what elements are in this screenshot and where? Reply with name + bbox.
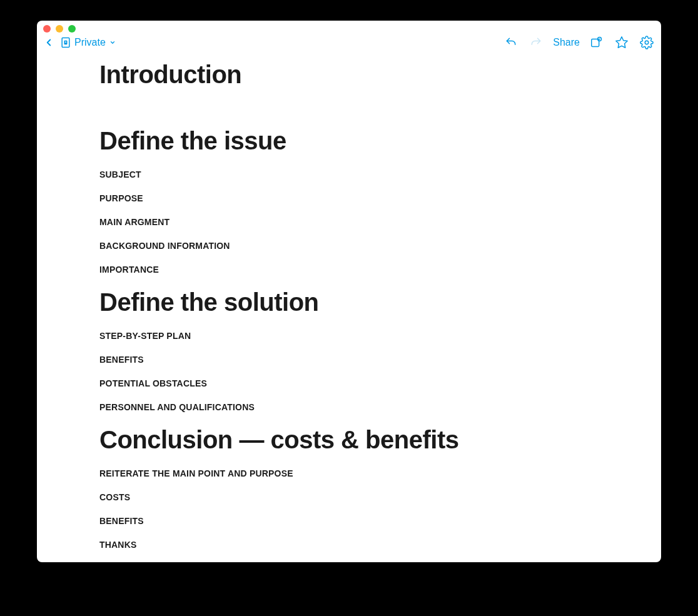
list-item: BACKGROUND INFORMATION	[99, 241, 575, 251]
window-titlebar	[37, 21, 661, 32]
undo-button[interactable]	[503, 34, 519, 51]
redo-icon	[530, 36, 542, 49]
section-heading: Define the issue	[99, 127, 575, 154]
share-button[interactable]: Share	[553, 37, 580, 48]
undo-icon	[505, 36, 517, 49]
back-button[interactable]	[41, 34, 57, 51]
list-item: THANKS	[99, 540, 575, 550]
document-content[interactable]: Introduction Define the issue SUBJECT PU…	[37, 53, 661, 562]
notebook-selector[interactable]: Private	[59, 36, 116, 49]
svg-point-5	[599, 39, 600, 40]
redo-button[interactable]	[528, 34, 544, 51]
list-item: PURPOSE	[99, 193, 575, 203]
app-window: Private Share	[37, 21, 661, 562]
list-item: COSTS	[99, 492, 575, 502]
settings-button[interactable]	[639, 34, 655, 51]
chevron-down-icon	[109, 39, 116, 46]
list-item: PERSONNEL AND QUALIFICATIONS	[99, 402, 575, 412]
star-icon	[615, 36, 629, 49]
list-item: POTENTIAL OBSTACLES	[99, 378, 575, 388]
notebook-label: Private	[74, 37, 106, 48]
svg-point-2	[65, 41, 66, 43]
gear-icon	[640, 36, 654, 49]
toolbar: Private Share	[37, 32, 661, 53]
list-item: MAIN ARGMENT	[99, 217, 575, 227]
template-button[interactable]	[589, 34, 605, 51]
favorite-button[interactable]	[614, 34, 630, 51]
section-heading: Define the solution	[99, 288, 575, 316]
list-item: SUBJECT	[99, 169, 575, 179]
share-label: Share	[553, 37, 580, 48]
page-title: Introduction	[99, 61, 575, 88]
list-item: BENEFITS	[99, 516, 575, 526]
list-item: REITERATE THE MAIN POINT AND PURPOSE	[99, 468, 575, 478]
section-heading: Conclusion — costs & benefits	[99, 426, 575, 453]
template-icon	[590, 36, 604, 49]
notebook-icon	[59, 36, 72, 49]
list-item: BENEFITS	[99, 355, 575, 365]
svg-marker-6	[616, 37, 627, 48]
list-item: STEP-BY-STEP PLAN	[99, 331, 575, 341]
chevron-left-icon	[43, 37, 54, 48]
svg-point-7	[645, 41, 649, 44]
list-item: IMPORTANCE	[99, 265, 575, 275]
